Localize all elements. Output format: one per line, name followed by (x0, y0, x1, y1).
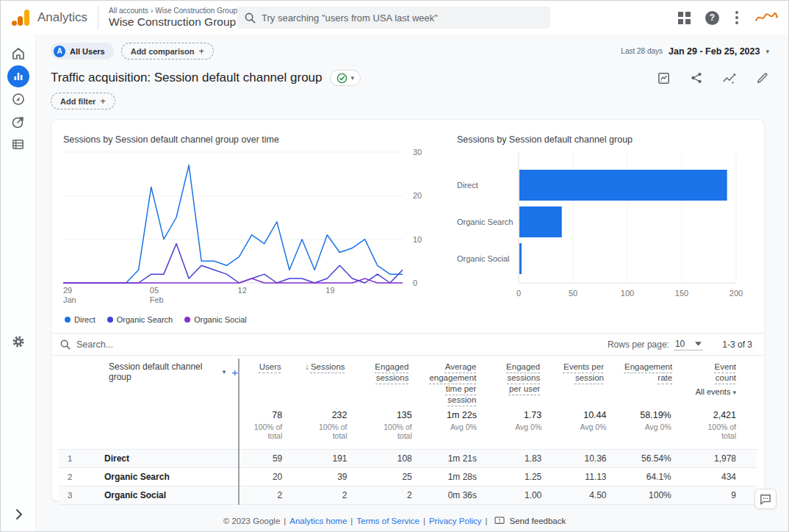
share-button[interactable] (690, 71, 703, 85)
add-comparison-button[interactable]: Add comparison + (121, 43, 214, 60)
bar-chart-title: Sessions by Session default channel grou… (457, 134, 751, 145)
pagination-info: 1-3 of 3 (722, 339, 752, 350)
svg-text:Organic Search: Organic Search (457, 218, 513, 226)
sidebar-item-explore[interactable] (6, 87, 31, 110)
plus-icon: + (199, 46, 205, 57)
legend-label: Organic Social (194, 315, 247, 324)
bar-chart[interactable]: 050100150200DirectOrganic SearchOrganic … (457, 148, 751, 308)
insights-icon (722, 71, 737, 85)
customize-report-button[interactable] (657, 71, 671, 85)
customize-report-icon (657, 71, 671, 85)
rows-per-page-select[interactable]: 10 (674, 339, 703, 351)
table-search-input[interactable] (76, 339, 223, 350)
send-feedback-link[interactable]: Send feedback (510, 517, 566, 525)
line-chart-title: Sessions by Session default channel grou… (63, 134, 430, 145)
channel-name[interactable]: Organic Search (88, 472, 238, 482)
breadcrumb-current[interactable]: Wise Construction Group (155, 7, 237, 15)
footer: © 2023 Google | Analytics home | Terms o… (1, 517, 788, 525)
search-icon (60, 339, 71, 350)
breadcrumb-root[interactable]: All accounts (109, 7, 148, 15)
collapse-sidebar-button[interactable] (10, 506, 26, 522)
copyright: © 2023 Google (223, 517, 281, 525)
table-row[interactable]: 2 Organic Search 20 39 25 1m 28s 1.25 11… (59, 468, 757, 486)
caret-down-icon: ▾ (765, 48, 769, 55)
kebab-menu-icon[interactable] (734, 10, 740, 26)
analytics-app: Analytics All accounts › Wise Constructi… (0, 0, 789, 532)
add-dimension-button[interactable]: + (231, 366, 238, 378)
svg-text:30: 30 (413, 148, 422, 157)
svg-text:100: 100 (621, 289, 634, 298)
legend-label: Direct (74, 315, 96, 324)
edit-button[interactable] (756, 71, 769, 85)
date-range-picker[interactable]: Last 28 days Jan 29 - Feb 25, 2023 ▾ (621, 46, 769, 57)
sidebar-item-advertising[interactable] (6, 110, 31, 133)
dimension-header[interactable]: Session default channel group ▾ + (59, 362, 238, 382)
svg-text:10: 10 (413, 235, 422, 244)
column-header-events-per-session[interactable]: Events per session (561, 362, 624, 384)
footer-link-privacy[interactable]: Privacy Policy (429, 517, 482, 525)
column-header-engaged-sessions-per-user[interactable]: Engaged sessions per user (497, 362, 561, 395)
caret-down-icon: ▾ (223, 368, 226, 375)
report-card: Sessions by Session default channel grou… (51, 119, 765, 501)
column-header-sessions[interactable]: ↓Sessions (302, 362, 366, 373)
segment-avatar: A (54, 46, 65, 57)
legend-item[interactable]: Direct (65, 315, 96, 324)
search-icon (245, 12, 256, 24)
plus-icon: + (100, 96, 106, 107)
rows-per-page-value: 10 (675, 339, 685, 349)
add-filter-label: Add filter (60, 97, 96, 106)
explore-icon (11, 92, 26, 107)
sidebar-item-reports[interactable] (6, 65, 31, 87)
apps-grid-icon[interactable] (678, 12, 691, 24)
chat-feedback-button[interactable] (754, 489, 777, 509)
analytics-logo-icon[interactable] (11, 8, 32, 27)
svg-text:19: 19 (325, 286, 334, 295)
help-icon[interactable]: ? (705, 11, 719, 25)
advertising-icon (11, 115, 26, 129)
column-header-avg-engagement-time[interactable]: Average engagement time per session (429, 362, 497, 406)
table-row[interactable]: 3 Organic Social 2 2 2 0m 36s 1.00 4.50 … (59, 486, 757, 505)
svg-text:150: 150 (675, 289, 688, 298)
check-circle-icon (336, 73, 347, 84)
column-header-engagement-rate[interactable]: Engagement rate (624, 362, 693, 384)
footer-link-terms[interactable]: Terms of Service (356, 517, 419, 525)
sidebar-item-library[interactable] (6, 133, 31, 156)
channel-name[interactable]: Organic Social (88, 490, 238, 500)
segment-row: A All Users Add comparison + Last 28 day… (36, 35, 788, 60)
channel-name[interactable]: Direct (88, 453, 238, 464)
event-count-filter[interactable]: All events ▾ (693, 387, 736, 398)
svg-text:20: 20 (413, 191, 422, 200)
main-content: A All Users Add comparison + Last 28 day… (36, 35, 788, 531)
svg-text:05: 05 (150, 286, 159, 295)
caret-down-icon: ▾ (732, 389, 736, 396)
line-chart-panel: Sessions by Session default channel grou… (63, 133, 430, 326)
all-users-label: All Users (70, 47, 105, 56)
sidebar-item-home[interactable] (6, 42, 31, 65)
table-header-row: Session default channel group ▾ + Users … (59, 356, 757, 406)
legend-item[interactable]: Organic Search (107, 315, 173, 324)
line-chart[interactable]: 010203029Jan05Feb1219 (63, 148, 430, 308)
column-header-engaged-sessions[interactable]: Engaged sessions (366, 362, 430, 384)
data-quality-badge[interactable]: ▾ (330, 70, 361, 86)
column-header-users[interactable]: Users (238, 362, 302, 373)
global-search[interactable] (237, 7, 550, 29)
avatar[interactable] (754, 11, 778, 24)
table-search[interactable] (60, 339, 608, 350)
all-users-chip[interactable]: A All Users (51, 43, 114, 60)
breadcrumb[interactable]: All accounts › Wise Construction Group (109, 7, 244, 15)
footer-link-analytics-home[interactable]: Analytics home (289, 517, 347, 525)
topbar: Analytics All accounts › Wise Constructi… (1, 1, 788, 35)
account-selector[interactable]: Wise Construction Group ▾ (109, 15, 244, 29)
legend-item[interactable]: Organic Social (184, 315, 247, 324)
data-table: Session default channel group ▾ + Users … (51, 356, 764, 505)
table-row[interactable]: 1 Direct 59 191 108 1m 21s 1.83 10.36 56… (59, 450, 757, 468)
legend-dot (107, 317, 113, 323)
column-header-event-count[interactable]: Event count All events ▾ (693, 362, 757, 398)
insights-button[interactable] (722, 71, 737, 85)
home-icon (11, 46, 26, 61)
add-filter-button[interactable]: Add filter + (51, 93, 115, 109)
sidebar-item-admin[interactable] (1, 334, 36, 349)
bar-chart-panel: Sessions by Session default channel grou… (457, 133, 751, 326)
search-input[interactable] (262, 12, 543, 24)
comment-bubble-icon (760, 494, 771, 505)
